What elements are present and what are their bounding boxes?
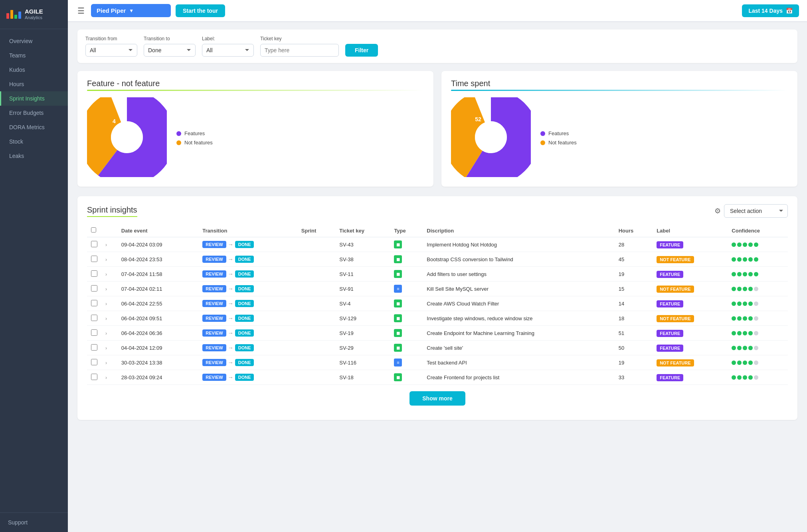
col-sprint: Sprint: [297, 224, 335, 237]
cell-ticket: SV-4: [335, 296, 390, 311]
sidebar-item-leaks[interactable]: Leaks: [0, 149, 68, 163]
row-checkbox-4[interactable]: [91, 300, 97, 306]
sidebar-item-dora-metrics[interactable]: DORA Metrics: [0, 120, 68, 134]
transition-to-select[interactable]: Done: [144, 44, 196, 57]
cell-ticket: SV-38: [335, 252, 390, 267]
arrow-icon: →: [228, 359, 233, 366]
cell-confidence: [728, 311, 788, 326]
row-checkbox-3[interactable]: [91, 285, 97, 292]
sidebar-item-kudos[interactable]: Kudos: [0, 63, 68, 77]
sidebar-item-teams[interactable]: Teams: [0, 48, 68, 63]
ticket-key-input[interactable]: [260, 44, 339, 57]
confidence-dot: [743, 242, 747, 247]
sprint-insights-title: Sprint insights: [87, 205, 137, 217]
cell-transition: REVIEW → DONE: [198, 282, 297, 296]
cell-ticket: SV-43: [335, 237, 390, 252]
expand-icon-6[interactable]: ›: [105, 331, 107, 336]
confidence-dot: [748, 301, 753, 306]
expand-icon-0[interactable]: ›: [105, 242, 107, 248]
cell-date: 06-04-2024 06:36: [117, 326, 198, 341]
expand-icon-2[interactable]: ›: [105, 272, 107, 277]
sidebar-item-hours[interactable]: Hours: [0, 77, 68, 91]
cell-description: Create Endpoint for Machine Learning Tra…: [423, 326, 614, 341]
cell-date: 07-04-2024 11:58: [117, 267, 198, 282]
time-spent-chart-card: Time spent 131 52: [441, 71, 797, 187]
row-checkbox-5[interactable]: [91, 315, 97, 321]
confidence-dot: [743, 361, 747, 365]
project-select[interactable]: Pied Piper ▼: [91, 4, 171, 17]
expand-icon-5[interactable]: ›: [105, 316, 107, 321]
row-checkbox-2[interactable]: [91, 270, 97, 277]
sidebar-item-error-budgets[interactable]: Error Budgets: [0, 106, 68, 120]
action-select[interactable]: Select action: [724, 204, 788, 218]
tour-button[interactable]: Start the tour: [176, 4, 225, 17]
filter-button[interactable]: Filter: [345, 44, 378, 57]
time-legend-features-dot: [540, 131, 545, 136]
row-checkbox-6[interactable]: [91, 329, 97, 336]
confidence-dot: [737, 375, 742, 380]
cell-description: Kill Sell Site MySQL server: [423, 282, 614, 296]
cell-hours: 33: [615, 370, 653, 385]
logo-area: AGILE Analytics: [0, 0, 68, 29]
confidence-dot: [737, 272, 742, 276]
cell-label: NOT FEATURE: [653, 355, 728, 370]
cell-sprint: [297, 282, 335, 296]
cell-label: FEATURE: [653, 296, 728, 311]
transition-from-filter: Transition from All: [85, 36, 137, 57]
confidence-dot: [748, 287, 753, 291]
expand-icon-1[interactable]: ›: [105, 257, 107, 262]
arrow-icon: →: [228, 374, 233, 380]
col-ticket: Ticket key: [335, 224, 390, 237]
confidence-dot: [732, 375, 736, 380]
cell-transition: REVIEW → DONE: [198, 341, 297, 355]
row-checkbox-1[interactable]: [91, 256, 97, 262]
label-badge: NOT FEATURE: [657, 315, 694, 322]
cell-type: ◼: [390, 267, 423, 282]
cell-description: Investigate step windows, reduce window …: [423, 311, 614, 326]
expand-icon-4[interactable]: ›: [105, 301, 107, 307]
row-checkbox-7[interactable]: [91, 344, 97, 351]
confidence-dot: [732, 257, 736, 262]
sidebar-item-overview[interactable]: Overview: [0, 34, 68, 48]
date-range-label: Last 14 Days: [748, 8, 783, 14]
expand-icon-3[interactable]: ›: [105, 286, 107, 292]
cell-type: ◼: [390, 326, 423, 341]
row-checkbox-0[interactable]: [91, 241, 97, 247]
cell-sprint: [297, 341, 335, 355]
arrow-icon: →: [228, 330, 233, 336]
cell-ticket: SV-91: [335, 282, 390, 296]
table-row: › 07-04-2024 11:58 REVIEW → DONE SV-11 ◼…: [87, 267, 788, 282]
hamburger-icon[interactable]: ☰: [76, 4, 86, 17]
transition-from-select[interactable]: All: [85, 44, 137, 57]
cell-confidence: [728, 252, 788, 267]
expand-icon-9[interactable]: ›: [105, 375, 107, 380]
cell-date: 04-04-2024 12:09: [117, 341, 198, 355]
cell-ticket: SV-11: [335, 267, 390, 282]
cell-type: ◼: [390, 341, 423, 355]
row-checkbox-9[interactable]: [91, 374, 97, 380]
cell-confidence: [728, 326, 788, 341]
select-all-checkbox[interactable]: [91, 227, 96, 233]
label-badge: FEATURE: [657, 271, 683, 278]
date-range-button[interactable]: Last 14 Days 📅: [742, 4, 799, 17]
label-select[interactable]: All: [202, 44, 254, 57]
confidence-dot: [754, 346, 758, 350]
confidence-dot: [754, 301, 758, 306]
logo-icon: [6, 7, 21, 22]
expand-icon-7[interactable]: ›: [105, 345, 107, 351]
type-icon: ◼: [394, 270, 402, 278]
cell-transition: REVIEW → DONE: [198, 237, 297, 252]
confidence-dot: [732, 287, 736, 291]
arrow-icon: →: [228, 300, 233, 307]
expand-icon-8[interactable]: ›: [105, 360, 107, 366]
sidebar-item-stock[interactable]: Stock: [0, 134, 68, 149]
row-checkbox-8[interactable]: [91, 359, 97, 365]
support-link[interactable]: Support: [0, 512, 68, 532]
cell-type: ≡: [390, 282, 423, 296]
sidebar-item-sprint-insights[interactable]: Sprint Insights: [0, 91, 68, 106]
show-more-button[interactable]: Show more: [409, 391, 465, 406]
type-icon: ◼: [394, 329, 402, 337]
cell-confidence: [728, 341, 788, 355]
col-confidence: Confidence: [728, 224, 788, 237]
col-hours: Hours: [615, 224, 653, 237]
